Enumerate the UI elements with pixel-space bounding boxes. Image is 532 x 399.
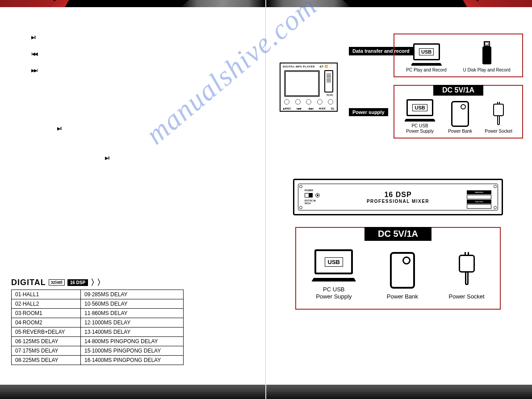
play-pause-icon-2: ▶Ⅱ	[57, 126, 61, 131]
pc-usb-label-lg: PC USB Power Supply	[316, 286, 352, 300]
socket-label-lg: Power Socket	[449, 293, 485, 300]
table-row: 07·175MS DELAY15·1000MS PINGPONG DELAY	[12, 346, 184, 356]
caution-text	[467, 204, 491, 209]
socket-icon	[457, 255, 477, 289]
connector-line	[338, 83, 339, 112]
powerbank-icon	[390, 252, 415, 289]
power-supply-box-top: DC 5V/1A USB PC USB Power Supply Power B…	[394, 85, 523, 139]
chevron-icon: 〉〉	[91, 277, 103, 288]
page-right: DIGITAL MP3 PLAYER BT 📶 TO PC ▶Ⅱ/RECⅠ◀◀/…	[266, 0, 532, 399]
dc5v-header-lg: DC 5V/1A	[364, 227, 431, 241]
power-supply-box-bottom: DC 5V/1A USB PC USB Power Supply Power B…	[295, 227, 501, 310]
table-cell: 06·125MS DELAY	[12, 337, 81, 346]
socket-lg-device: Power Socket	[449, 255, 485, 300]
usb-label: USB	[325, 257, 343, 267]
table-cell: 04·ROOM2	[12, 318, 81, 328]
bottom-border-r	[266, 392, 532, 399]
digital-label: DIGITAL	[11, 278, 46, 287]
warning-text	[467, 195, 491, 199]
voltage-label: EXT DC IN 5V/1A	[305, 199, 316, 205]
bottom-border	[0, 392, 265, 399]
table-cell: 15·1000MS PINGPONG DELAY	[81, 346, 184, 356]
dc5v-header: DC 5V/1A	[433, 85, 483, 96]
digital-section-header: DIGITAL 32Ⅰ48Ⅰ 16 DSP 〉〉	[11, 277, 103, 288]
play-pause-icon: ▶Ⅱ	[31, 35, 37, 40]
power-label: POWER	[305, 189, 313, 192]
top-notch-left	[180, 0, 265, 7]
table-cell: 05·REVERB+DELAY	[12, 328, 81, 337]
socket-device: Power Socket	[485, 104, 512, 134]
udisk-device: U Disk Play and Record	[463, 41, 511, 73]
table-cell: 08·225MS DELAY	[12, 356, 81, 365]
mp3-btn-label: Ⅰ◀◀/−	[297, 107, 302, 110]
mp3-btn-label: MODE	[319, 107, 326, 110]
powerbank-lg-device: Power Bank	[387, 252, 418, 300]
table-row: 08·225MS DELAY16·1400MS PINGPONG DELAY	[12, 356, 184, 365]
mixer-title: 16 DSP PROFESSIONAL MIXER	[367, 191, 429, 204]
dsp-preset-table: 01·HALL109·285MS DELAY02·HALL210·560MS D…	[11, 290, 184, 365]
mixer-dsp-label: 16 DSP	[367, 191, 429, 199]
play-pause-icon-3: ▶Ⅱ	[105, 155, 109, 160]
power-switch-icon	[305, 193, 313, 197]
table-row: 02·HALL210·560MS DELAY	[12, 299, 184, 309]
table-cell: 02·HALL2	[12, 299, 81, 309]
caution-label: CAUTION	[467, 200, 491, 204]
table-cell: 12·1000MS DELAY	[81, 318, 184, 328]
table-cell: 16·1400MS PINGPONG DELAY	[81, 356, 184, 365]
pc-play-label: PC Play and Record	[406, 67, 447, 73]
mixer-diagram: POWER EXT DC IN 5V/1A 16 DSP PROFESSIONA…	[293, 179, 503, 215]
mp3-player-diagram: DIGITAL MP3 PLAYER BT 📶 TO PC ▶Ⅱ/RECⅠ◀◀/…	[280, 63, 338, 112]
mp3-buttons	[284, 99, 333, 105]
mp3-screen	[284, 70, 320, 97]
table-cell: 09·285MS DELAY	[81, 290, 184, 299]
mp3-btn	[328, 99, 333, 105]
table-cell: 11·860MS DELAY	[81, 309, 184, 318]
mp3-btn	[284, 99, 289, 105]
udisk-label: U Disk Play and Record	[463, 67, 511, 73]
laptop-icon: USB	[411, 43, 442, 66]
table-cell: 14·800MS PINGPONG DELAY	[81, 337, 184, 346]
mp3-btn-label: EQ	[331, 107, 334, 110]
mp3-usb-port	[324, 70, 333, 92]
table-cell: 07·175MS DELAY	[12, 346, 81, 356]
mp3-btn	[317, 99, 323, 105]
table-row: 04·ROOM212·1000MS DELAY	[12, 318, 184, 328]
warning-label: WARNING	[467, 190, 491, 194]
mixer-sub-label: PROFESSIONAL MIXER	[367, 199, 429, 204]
mp3-button-labels: ▶Ⅱ/RECⅠ◀◀/−+/▶▶ⅠMODEEQ	[283, 107, 334, 110]
playback-icons: ▶Ⅱ Ⅰ◀◀ ▶▶Ⅰ	[31, 35, 37, 84]
laptop-lg-device: USB PC USB Power Supply	[311, 249, 356, 300]
pc-usb-label: PC USB Power Supply	[406, 123, 434, 134]
udisk-icon	[482, 41, 492, 66]
screw-icon	[494, 185, 497, 188]
mixer-warning: WARNING CAUTION	[467, 190, 491, 209]
power-supply-label: Power supply	[349, 108, 388, 116]
screw-icon	[299, 206, 302, 209]
mp3-btn	[306, 99, 311, 105]
table-row: 03·ROOM111·860MS DELAY	[12, 309, 184, 318]
mp3-topc-label: TO PC	[327, 94, 333, 97]
mp3-btn-label: ▶Ⅱ/REC	[283, 107, 291, 110]
laptop-power: USB PC USB Power Supply	[404, 99, 436, 134]
table-cell: 10·560MS DELAY	[81, 299, 184, 309]
mp3-btn	[295, 99, 301, 105]
mp3-title: DIGITAL MP3 PLAYER BT 📶	[281, 63, 337, 69]
laptop-icon: USB	[311, 249, 356, 281]
socket-label: Power Socket	[485, 129, 512, 134]
powerbank-label: Power Bank	[448, 129, 472, 134]
powerbank-device: Power Bank	[448, 101, 472, 134]
powerbank-label-lg: Power Bank	[387, 293, 418, 300]
laptop-icon: USB	[404, 99, 436, 122]
pill-16dsp: 16 DSP	[67, 279, 88, 286]
top-notch-right	[266, 0, 351, 7]
usb-label: USB	[419, 48, 434, 55]
powerbank-icon	[451, 101, 469, 127]
screw-icon	[299, 185, 302, 188]
socket-icon	[492, 104, 505, 127]
page-left: ▶Ⅱ Ⅰ◀◀ ▶▶Ⅰ ▶Ⅱ ▶Ⅱ DIGITAL 32Ⅰ48Ⅰ 16 DSP 〉…	[0, 0, 266, 399]
dc-jack-icon	[315, 193, 320, 197]
table-cell: 13·1400MS DELAY	[81, 328, 184, 337]
table-row: 01·HALL109·285MS DELAY	[12, 290, 184, 299]
mp3-btn-label: +/▶▶Ⅰ	[308, 107, 314, 110]
pill-3248: 32Ⅰ48Ⅰ	[49, 279, 65, 286]
